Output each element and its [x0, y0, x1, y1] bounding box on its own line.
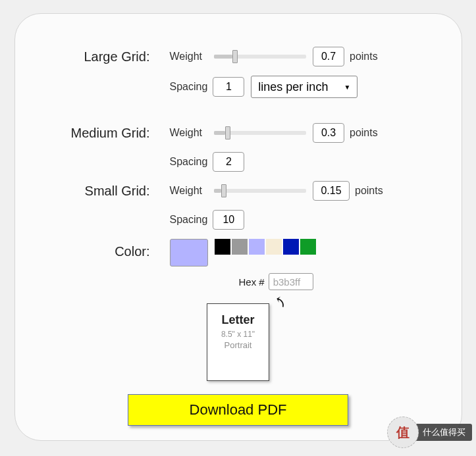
medium-grid-weight-row: Medium Grid: Weight points	[41, 123, 435, 143]
weight-unit: points	[350, 127, 378, 139]
spacing-unit-value: lines per inch	[258, 80, 328, 94]
spacing-unit-select[interactable]: lines per inch ▼	[251, 76, 357, 98]
spacing-label: Spacing	[170, 214, 208, 226]
download-pdf-button[interactable]: Download PDF	[128, 394, 348, 426]
color-swatch[interactable]	[266, 239, 282, 255]
small-grid-weight-slider[interactable]	[214, 189, 306, 193]
color-preview[interactable]	[170, 239, 208, 266]
paper-area: ⤺ Letter 8.5" x 11" Portrait	[41, 303, 435, 381]
large-grid-spacing-row: Spacing lines per inch ▼	[41, 76, 435, 98]
spacing-label: Spacing	[170, 156, 208, 168]
weight-label: Weight	[170, 185, 203, 197]
badge-circle: 值	[387, 417, 419, 448]
weight-label: Weight	[170, 51, 203, 63]
badge-text: 什么值得买	[411, 424, 472, 441]
medium-grid-spacing-row: Spacing	[41, 152, 435, 172]
medium-grid-spacing-input[interactable]	[213, 152, 244, 172]
chevron-down-icon: ▼	[344, 84, 350, 91]
medium-grid-weight-slider[interactable]	[214, 131, 306, 135]
weight-unit: points	[350, 51, 378, 63]
paper-orientation: Portrait	[207, 340, 269, 350]
color-row: Color:	[41, 239, 435, 266]
color-swatch[interactable]	[300, 239, 316, 255]
color-swatch[interactable]	[249, 239, 265, 255]
small-grid-weight-row: Small Grid: Weight points	[41, 181, 435, 201]
hex-input[interactable]	[269, 273, 313, 290]
medium-grid-weight-input[interactable]	[313, 123, 344, 143]
settings-panel: Large Grid: Weight points Spacing lines …	[14, 13, 462, 441]
rotate-icon[interactable]: ⤺	[271, 293, 292, 312]
color-swatch[interactable]	[283, 239, 299, 255]
color-swatch[interactable]	[215, 239, 230, 255]
weight-label: Weight	[170, 127, 203, 139]
color-label: Color:	[41, 239, 170, 259]
medium-grid-label: Medium Grid:	[41, 126, 170, 141]
small-grid-weight-input[interactable]	[313, 181, 350, 201]
paper-title: Letter	[207, 313, 269, 327]
small-grid-spacing-row: Spacing	[41, 210, 435, 230]
paper-dimensions: 8.5" x 11"	[207, 330, 269, 339]
large-grid-spacing-input[interactable]	[213, 77, 244, 97]
large-grid-label: Large Grid:	[41, 49, 170, 64]
hex-row: Hex #	[239, 273, 435, 290]
paper-card[interactable]: ⤺ Letter 8.5" x 11" Portrait	[207, 303, 269, 381]
large-grid-weight-input[interactable]	[313, 47, 344, 66]
weight-unit: points	[355, 185, 383, 197]
spacing-label: Spacing	[170, 81, 208, 93]
large-grid-weight-row: Large Grid: Weight points	[41, 47, 435, 66]
large-grid-weight-slider[interactable]	[214, 55, 306, 59]
watermark-badge: 值 什么值得买	[387, 417, 472, 448]
color-swatch[interactable]	[232, 239, 248, 255]
small-grid-label: Small Grid:	[41, 184, 170, 199]
small-grid-spacing-input[interactable]	[213, 210, 244, 230]
color-swatches	[215, 239, 317, 255]
hex-label: Hex #	[239, 276, 265, 288]
